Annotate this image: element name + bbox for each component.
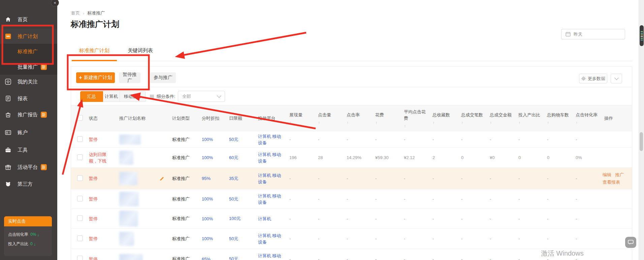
col-avg-cpc[interactable]: 平均点击花费↑ [399,109,428,128]
daily-limit-link[interactable]: 60元 [229,155,238,160]
daily-limit-link[interactable]: 35元 [229,176,238,181]
sidebar-item-home[interactable]: 首页 [0,13,57,26]
join-promotion-button[interactable]: 参与推广 [150,72,176,83]
time-discount-link[interactable]: 100% [202,137,213,142]
segment-pc[interactable]: 计算机 [103,91,120,102]
platform-link[interactable]: 计算机 移动设备 [258,232,284,245]
campaign-name-redacted[interactable] [119,192,139,207]
col-roi[interactable]: 投入产出比↑ [514,112,543,125]
platform-link[interactable]: 计算机 移动设备 [258,151,284,164]
segment-all[interactable]: 汇总 [80,91,103,102]
action-edit-promote[interactable]: 编辑 推广 [603,171,632,179]
col-clicks[interactable]: 点击量↑ [314,112,342,125]
action-view-report[interactable]: 查看报表 [603,179,632,186]
sidebar-item-favorites[interactable]: 我的关注 [0,75,57,88]
daily-limit-link[interactable]: 50元 [229,137,238,142]
col-plan-type[interactable]: 计划类型 [168,115,197,121]
metric-value: - [543,137,571,142]
metric-value: - [514,257,543,260]
metric-value: - [399,257,428,260]
row-checkbox[interactable] [77,175,83,181]
sidebar-item-account[interactable]: 账户 [0,126,57,139]
metric-value: - [371,216,399,221]
platform-link[interactable]: 计算机 移动设备 [258,133,284,146]
sidebar-item-batch-promo[interactable]: 批量推广 新 [0,59,57,75]
time-discount-link[interactable]: 95% [202,176,211,181]
metric-value: - [543,196,571,201]
daily-limit-link[interactable]: 50元 [229,236,238,241]
sidebar-item-promo-report[interactable]: 推广报告 新 [0,108,57,121]
tab-keyword-list[interactable]: 关键词列表 [126,46,155,60]
campaign-name-redacted[interactable] [119,151,133,165]
plan-type: 标准推广 [168,196,197,202]
breadcrumb: 首页 › 标准推广 [71,10,105,16]
row-checkbox[interactable] [77,215,83,221]
pause-promotion-button[interactable]: 暂停推广 [119,72,140,83]
segment-mobile[interactable]: 移动设备 [120,91,146,102]
realtime-click-widget: 实时点击 点击转化率 0% ↓ 投入产出比 0 ↓ [4,216,52,256]
tab-divider [71,61,632,61]
date-range-picker[interactable]: 昨天 [561,29,625,39]
time-discount-link[interactable]: 100% [202,155,213,160]
status-badge: 暂停 [89,196,110,202]
col-favorites[interactable]: 总收藏数↑ [428,112,457,125]
row-checkbox[interactable] [77,136,83,142]
campaign-name-redacted[interactable] [119,211,138,227]
more-options-button[interactable] [611,74,622,83]
col-impressions[interactable]: 展现量↑ [285,112,314,125]
sidebar-item-third-party[interactable]: 第三方 [0,177,57,191]
tab-standard-campaigns[interactable]: 标准推广计划 [72,46,117,61]
scrollbar-thumb[interactable] [640,132,643,151]
campaign-name-redacted[interactable] [119,135,141,145]
col-time-discount[interactable]: 分时折扣 [197,115,225,121]
breadcrumb-home[interactable]: 首页 [71,10,80,16]
sidebar-item-standard-promo[interactable]: 标准推广 [0,44,57,59]
time-discount-link[interactable]: 100% [202,216,213,221]
time-discount-link[interactable]: 100% [202,196,213,201]
col-daily-limit[interactable]: 日限额 [225,115,254,121]
feedback-button[interactable] [625,237,636,248]
col-orders[interactable]: 总成交笔数↑ [457,112,485,125]
platform-link[interactable]: 计算机 移动设备 [258,172,284,185]
col-platform[interactable]: 投放平台 [254,115,285,121]
col-status[interactable]: 状态 [85,115,115,121]
platform-link[interactable]: 计算机 移动设备 [258,253,284,260]
sidebar-item-reports[interactable]: 报表 [0,92,57,105]
sidebar-collapse-button[interactable]: « [51,0,59,7]
col-gmv[interactable]: 总成交金额↑ [485,112,514,125]
row-checkbox[interactable] [77,154,83,160]
col-ctr[interactable]: 点击率↑ [342,112,371,125]
plan-type: 标准推广 [168,236,197,242]
metric-value: - [485,137,514,142]
col-carts[interactable]: 总购物车数↑ [543,112,571,125]
sidebar-item-campaigns[interactable]: 推广计划 [0,29,57,44]
row-checkbox[interactable] [77,196,83,201]
col-cost[interactable]: 花费↑ [371,112,399,125]
platform-link[interactable]: 计算机 移动设备 [258,193,284,206]
list-icon [150,95,154,99]
sidebar-item-tools[interactable]: 工具 [0,143,57,157]
campaign-name-redacted[interactable] [119,254,143,260]
daily-limit-link[interactable]: 100元 [229,216,241,221]
select-all-checkbox[interactable] [77,115,83,121]
col-cvr[interactable]: 点击转化率↑ [571,112,600,125]
sidebar-item-activity-platform[interactable]: 活动平台 新 [0,160,57,174]
time-discount-link[interactable]: 65% [202,257,211,260]
daily-limit-link[interactable]: 50元 [229,196,238,201]
campaign-name-redacted[interactable] [119,232,134,246]
row-checkbox[interactable] [77,256,83,260]
more-data-button[interactable]: 更多数据 [579,74,607,83]
row-checkbox[interactable] [77,235,83,241]
campaign-panel: + 新建推广计划 暂停推广 参与推广 更多数据 汇总 计算机 移动设备 细分条件… [71,66,632,260]
metric-value: - [342,216,371,221]
col-campaign-name[interactable]: 推广计划名称 [115,115,168,121]
new-campaign-button[interactable]: + 新建推广计划 [76,72,115,83]
platform-link[interactable]: 计算机 [258,216,284,222]
chat-icon [628,240,634,245]
time-discount-link[interactable]: 100% [202,236,213,241]
campaign-name-redacted[interactable] [119,172,137,185]
table-row: 暂停 标准推广 100% 50元 计算机 移动设备 ----------- [71,189,632,209]
edit-pencil-icon[interactable] [160,176,164,182]
daily-limit-link[interactable]: 50元 [229,256,238,260]
filter-condition-select[interactable]: 全部 [178,91,225,102]
